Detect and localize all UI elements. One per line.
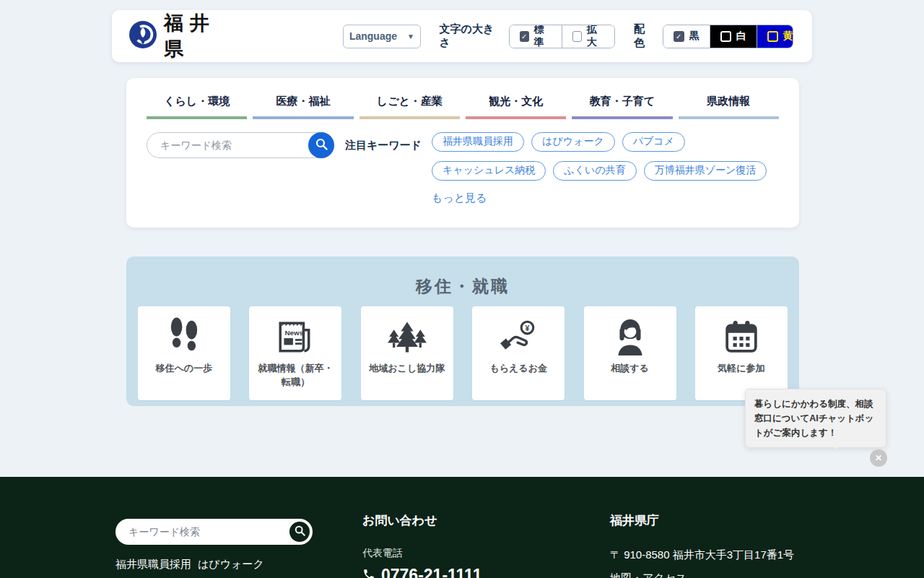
close-icon: ✕ xyxy=(875,453,882,463)
footer-search-column: 福井県職員採用はぴウォーク パブコメキャッシュレス納税 xyxy=(116,519,313,578)
footer-phone-label: 代表電話 xyxy=(362,547,481,560)
card-label: 地域おこし協力隊 xyxy=(362,362,451,376)
color-scheme-option-white[interactable]: ✓ 白 xyxy=(710,25,757,48)
checkbox-checked-icon: ✓ xyxy=(674,31,684,42)
card-label: 相談する xyxy=(604,362,655,376)
tab-label: 教育・子育て xyxy=(590,95,655,107)
svg-text:News: News xyxy=(285,329,304,337)
footer-link-hapiwalk[interactable]: はぴウォーク xyxy=(198,558,264,570)
keyword-tag[interactable]: 万博福井県ゾーン復活 xyxy=(644,161,767,181)
search-row: 注目キーワード 福井県職員採用 はぴウォーク パブコメ キャッシュレス納税 ふく… xyxy=(147,132,779,205)
search-icon xyxy=(295,525,305,538)
keyword-tag-area: 福井県職員採用 はぴウォーク パブコメ キャッシュレス納税 ふくいの共育 万博福… xyxy=(432,132,794,205)
tab-kensei-joho[interactable]: 県政情報 xyxy=(679,88,779,119)
color-scheme-option-yellow[interactable]: ✓ 黄 xyxy=(757,25,793,48)
newspaper-icon: News xyxy=(276,316,315,358)
card-label: 移住への一歩 xyxy=(149,362,219,376)
search-box xyxy=(147,132,334,158)
card-label: 気軽に参加 xyxy=(711,362,771,376)
tab-shigoto-sangyo[interactable]: しごと・産業 xyxy=(359,88,460,119)
site-title: 福井県 xyxy=(164,10,233,62)
footer-link-recruitment[interactable]: 福井県職員採用 xyxy=(116,558,191,570)
footer-keyword-links: 福井県職員採用はぴウォーク パブコメキャッシュレス納税 xyxy=(116,553,313,578)
chatbot-tooltip: 暮らしにかかわる制度、相談窓口についてAIチャットボットがご案内します！ xyxy=(745,389,886,448)
font-size-option-large[interactable]: ✓ 拡大 xyxy=(562,25,614,48)
tab-label: 県政情報 xyxy=(707,95,750,107)
keyword-tag[interactable]: パブコメ xyxy=(622,132,685,152)
site-logo[interactable]: 福井県 xyxy=(129,10,233,62)
search-icon xyxy=(315,138,328,152)
chatbot-tooltip-text: 暮らしにかかわる制度、相談窓口についてAIチャットボットがご案内します！ xyxy=(754,399,873,438)
font-size-option-standard[interactable]: ✓ 標準 xyxy=(510,25,562,48)
color-scheme-toggle-group: ✓ 黒 ✓ 白 ✓ 黄 xyxy=(663,25,793,48)
chevron-down-icon: ▼ xyxy=(407,33,414,40)
font-size-toggle-group: ✓ 標準 ✓ 拡大 xyxy=(509,25,615,48)
color-scheme-option-label: 黄 xyxy=(783,30,793,43)
color-scheme-option-label: 黒 xyxy=(689,30,699,43)
featured-keywords: 注目キーワード 福井県職員採用 はぴウォーク パブコメ キャッシュレス納税 ふく… xyxy=(345,132,794,205)
checkbox-unchecked-icon: ✓ xyxy=(720,31,731,42)
card-job-information[interactable]: News 就職情報（新卒・転職） xyxy=(249,306,341,400)
tab-label: 医療・福祉 xyxy=(276,95,330,107)
footer-search-button[interactable] xyxy=(288,520,311,543)
keyword-tag[interactable]: ふくいの共育 xyxy=(553,161,636,181)
card-first-step-to-migration[interactable]: 移住への一歩 xyxy=(138,306,230,400)
tab-kanko-bunka[interactable]: 観光・文化 xyxy=(466,88,566,119)
font-size-option-label: 標準 xyxy=(534,25,552,48)
keyword-tags: 福井県職員採用 はぴウォーク パブコメ キャッシュレス納税 ふくいの共育 万博福… xyxy=(432,132,794,181)
keyword-tag[interactable]: 福井県職員採用 xyxy=(432,132,524,152)
footer-contact-heading: お問い合わせ xyxy=(362,512,481,529)
card-regional-revitalization-corps[interactable]: 地域おこし協力隊 xyxy=(361,306,453,400)
footer-office-heading: 福井県庁 xyxy=(610,512,794,529)
tab-label: 観光・文化 xyxy=(489,95,543,107)
tab-iryo-fukushi[interactable]: 医療・福祉 xyxy=(253,88,353,119)
color-scheme-label: 配色 xyxy=(634,22,654,50)
checkbox-unchecked-icon: ✓ xyxy=(572,31,582,42)
tab-kurashi-kankyo[interactable]: くらし・環境 xyxy=(147,88,247,119)
font-size-label: 文字の大きさ xyxy=(440,22,500,50)
checkbox-unchecked-icon: ✓ xyxy=(767,31,778,42)
language-dropdown[interactable]: Language ▼ xyxy=(343,25,420,48)
card-casual-participation[interactable]: 気軽に参加 xyxy=(695,306,788,400)
trees-icon xyxy=(387,316,427,358)
footer-phone-row: 0776-21-1111 xyxy=(362,566,481,578)
footer-search-input[interactable] xyxy=(116,519,313,545)
nav-search-panel: くらし・環境 医療・福祉 しごと・産業 観光・文化 教育・子育て 県政情報 xyxy=(126,78,799,228)
search-button[interactable] xyxy=(308,132,334,158)
card-consult[interactable]: 相談する xyxy=(584,306,676,400)
tab-label: くらし・環境 xyxy=(164,95,230,107)
card-label: 就職情報（新卒・転職） xyxy=(249,362,341,389)
site-footer: 福井県職員採用はぴウォーク パブコメキャッシュレス納税 お問い合わせ 代表電話 … xyxy=(0,477,924,578)
featured-keywords-label: 注目キーワード xyxy=(345,139,422,205)
category-nav: くらし・環境 医療・福祉 しごと・産業 観光・文化 教育・子育て 県政情報 xyxy=(147,88,779,119)
more-keywords-link[interactable]: もっと見る xyxy=(432,191,487,205)
phone-icon xyxy=(362,568,375,578)
chatbot-close-button[interactable]: ✕ xyxy=(870,449,887,467)
language-dropdown-label: Language xyxy=(349,30,397,42)
feature-cards: 移住への一歩 News 就職情報（新卒・転職） xyxy=(138,306,788,400)
footer-contact-column: お問い合わせ 代表電話 0776-21-1111 xyxy=(362,512,481,578)
hand-coin-icon: ¥ xyxy=(499,316,538,358)
font-size-option-label: 拡大 xyxy=(587,25,604,48)
section-title: 移住・就職 xyxy=(138,275,788,298)
keyword-tag[interactable]: はぴウォーク xyxy=(531,132,615,152)
migration-employment-panel: 移住・就職 移住への一歩 News xyxy=(126,256,799,406)
footer-office-column: 福井県庁 〒 910-8580 福井市大手3丁目17番1号 地図・アクセス xyxy=(610,512,794,578)
color-scheme-option-black[interactable]: ✓ 黒 xyxy=(663,25,710,48)
footprints-icon xyxy=(167,316,201,358)
tab-label: しごと・産業 xyxy=(377,95,443,107)
checkbox-checked-icon: ✓ xyxy=(520,31,529,42)
person-icon xyxy=(614,316,647,358)
tab-kyoiku-kosodate[interactable]: 教育・子育て xyxy=(572,88,672,119)
svg-text:¥: ¥ xyxy=(526,324,530,332)
footer-map-access-link[interactable]: 地図・アクセス xyxy=(610,571,687,578)
fukui-emblem-icon xyxy=(129,21,157,51)
color-scheme-option-label: 白 xyxy=(736,30,746,43)
card-money-you-can-receive[interactable]: ¥ もらえるお金 xyxy=(472,306,565,400)
search-input[interactable] xyxy=(147,132,334,158)
keyword-tag[interactable]: キャッシュレス納税 xyxy=(432,161,546,181)
footer-phone-number[interactable]: 0776-21-1111 xyxy=(381,566,481,578)
calendar-icon xyxy=(724,316,759,358)
footer-office-address: 〒 910-8580 福井市大手3丁目17番1号 xyxy=(610,548,794,562)
site-header: 福井県 Language ▼ 文字の大きさ ✓ 標準 ✓ 拡大 配色 ✓ 黒 ✓… xyxy=(112,10,812,62)
